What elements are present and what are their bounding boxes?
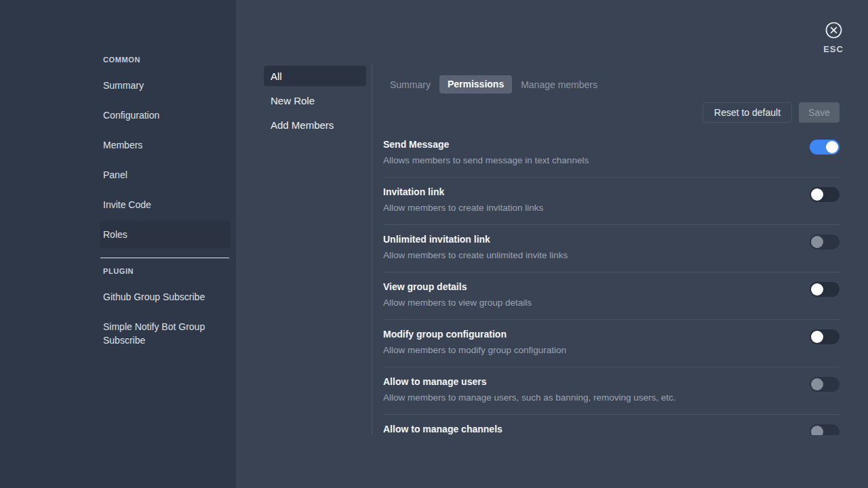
toggle-send-message[interactable] (810, 140, 840, 155)
toggle-knob (811, 378, 823, 390)
toggle-knob (811, 236, 823, 248)
permission-title: Allow to manage users (383, 375, 840, 388)
toggle-unlimited-invitation-link (810, 235, 840, 249)
reset-to-default-button[interactable]: Reset to default (703, 102, 792, 123)
permission-row-allow-to-manage-channels: Allow to manage channels (383, 415, 840, 435)
sidebar-item-github-group-subscribe[interactable]: Github Group Subscribe (100, 283, 231, 310)
toggle-knob (826, 141, 838, 153)
permission-row-modify-group-configuration: Modify group configuration Allow members… (383, 320, 840, 367)
sidebar-item-invite-code[interactable]: Invite Code (100, 191, 231, 218)
sidebar-divider (100, 258, 229, 258)
permission-title: Allow to manage channels (383, 423, 840, 435)
toggle-knob (811, 188, 823, 201)
tab-permissions[interactable]: Permissions (439, 75, 512, 94)
tab-manage-members[interactable]: Manage members (521, 79, 597, 90)
permission-description: Allow members to create unlimited invite… (383, 249, 840, 262)
permission-description: Allow members to manage users, such as b… (383, 391, 840, 405)
sidebar-nav: COMMON Summary Configuration Members Pan… (100, 54, 231, 350)
action-buttons: Reset to default Save (703, 102, 840, 123)
permission-description: Allows members to send message in text c… (383, 154, 840, 167)
sidebar-section-plugin-label: PLUGIN (100, 266, 231, 277)
permission-row-send-message: Send Message Allows members to send mess… (383, 130, 840, 178)
permission-title: Unlimited invitation link (383, 233, 840, 246)
permission-row-view-group-details: View group details Allow members to view… (383, 272, 840, 320)
sidebar-item-members[interactable]: Members (100, 131, 231, 159)
role-detail-panel: Summary Permissions Manage members Reset… (383, 0, 840, 435)
sidebar-item-summary[interactable]: Summary (100, 72, 231, 99)
toggle-knob (811, 283, 823, 296)
permission-title: Modify group configuration (383, 328, 840, 341)
permission-description: Allow members to create invitation links (383, 201, 840, 215)
role-item-add-members[interactable]: Add Members (264, 113, 366, 137)
tab-summary[interactable]: Summary (390, 79, 431, 90)
permission-title: View group details (383, 281, 840, 293)
permission-description: Allow members to view group details (383, 296, 840, 310)
sidebar-item-panel[interactable]: Panel (100, 161, 231, 188)
role-item-new-role[interactable]: New Role (264, 88, 366, 113)
toggle-view-group-details[interactable] (810, 282, 840, 297)
sidebar-item-configuration[interactable]: Configuration (100, 102, 231, 129)
toggle-allow-to-manage-users (810, 377, 840, 392)
sidebar-section-common-label: COMMON (100, 54, 231, 65)
settings-sidebar: COMMON Summary Configuration Members Pan… (0, 0, 236, 488)
toggle-knob (811, 426, 823, 435)
permission-row-allow-to-manage-users: Allow to manage users Allow members to m… (383, 367, 840, 415)
vertical-divider (372, 64, 372, 435)
permission-title: Send Message (383, 138, 840, 151)
toggle-modify-group-configuration[interactable] (810, 329, 840, 344)
role-list: All New Role Add Members (264, 66, 366, 137)
toggle-invitation-link[interactable] (810, 187, 840, 202)
save-button[interactable]: Save (799, 102, 840, 123)
sidebar-item-simple-notify-bot-group-subscribe[interactable]: Simple Notify Bot Group Subscribe (100, 313, 231, 347)
permission-row-unlimited-invitation-link: Unlimited invitation link Allow members … (383, 225, 840, 272)
toggle-knob (811, 331, 823, 343)
role-item-all[interactable]: All (264, 66, 366, 86)
sidebar-item-roles[interactable]: Roles (100, 221, 231, 248)
permissions-list: Send Message Allows members to send mess… (383, 130, 840, 435)
role-tabs: Summary Permissions Manage members (390, 75, 597, 94)
permission-title: Invitation link (383, 186, 840, 199)
permission-row-invitation-link: Invitation link Allow members to create … (383, 178, 840, 225)
permission-description: Allow members to modify group configurat… (383, 344, 840, 357)
toggle-allow-to-manage-channels (810, 424, 840, 435)
